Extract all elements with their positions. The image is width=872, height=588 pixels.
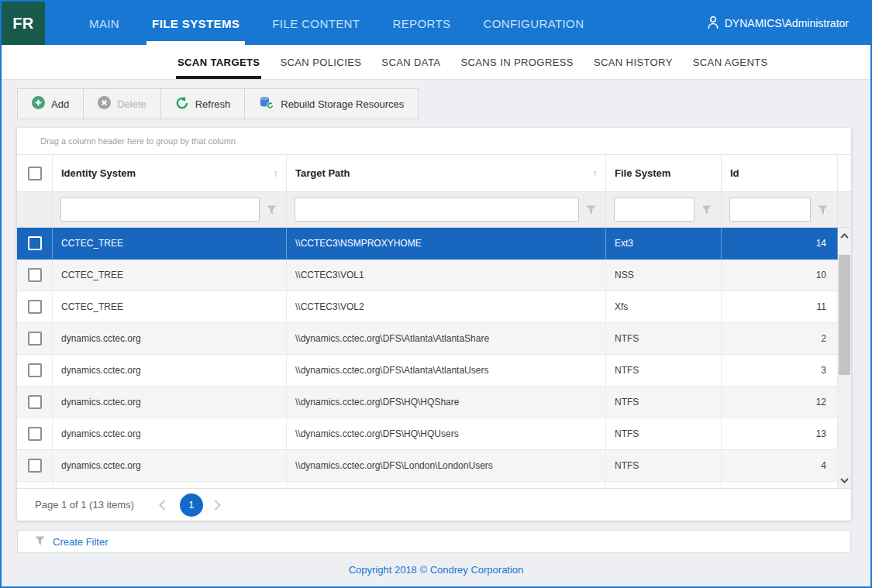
select-all-cell xyxy=(17,155,53,191)
cell-identity-system: dynamics.cctec.org xyxy=(53,355,287,386)
cell-target-path: \\CCTEC3\VOL1 xyxy=(287,260,606,291)
column-header-identity-system[interactable]: Identity System ↑ xyxy=(53,155,287,191)
cell-target-path: \\dynamics.cctec.org\DFS\HQ\HQShare xyxy=(287,387,606,418)
tab-scan-data[interactable]: SCAN DATA xyxy=(380,45,442,79)
filter-funnel-icon[interactable] xyxy=(694,205,718,215)
row-checkbox[interactable] xyxy=(28,363,42,377)
table-row[interactable]: CCTEC_TREE \\CCTEC3\VOL1 NSS 10 xyxy=(17,260,838,291)
delete-button[interactable]: Delete xyxy=(83,89,160,119)
create-filter-link[interactable]: Create Filter xyxy=(53,536,109,548)
cell-target-path: \\dynamics.cctec.org\DFS\Atlanta\Atlanta… xyxy=(287,355,606,386)
column-header-target-path[interactable]: Target Path ↑ xyxy=(287,155,606,191)
row-check-cell xyxy=(17,355,53,386)
tab-scans-in-progress[interactable]: SCANS IN PROGRESS xyxy=(459,45,575,79)
row-check-cell xyxy=(17,228,53,259)
cell-id: 13 xyxy=(722,418,838,449)
refresh-button[interactable]: Refresh xyxy=(160,89,245,119)
subtab-bar: SCAN TARGETS SCAN POLICIES SCAN DATA SCA… xyxy=(2,45,870,80)
tab-scan-policies[interactable]: SCAN POLICIES xyxy=(278,45,363,79)
filter-cell-id xyxy=(722,192,838,227)
cell-id: 2 xyxy=(722,323,838,354)
table-row[interactable]: dynamics.cctec.org \\dynamics.cctec.org\… xyxy=(17,355,838,387)
cell-target-path: \\CCTEC3\NSMPROXYHOME xyxy=(287,228,606,259)
scroll-up-icon[interactable] xyxy=(838,228,851,243)
table-row[interactable]: dynamics.cctec.org \\dynamics.cctec.org\… xyxy=(17,418,838,450)
row-check-cell xyxy=(17,450,53,481)
nav-item-file-systems[interactable]: FILE SYSTEMS xyxy=(143,2,248,45)
filter-gutter xyxy=(838,192,851,227)
user-icon xyxy=(707,15,719,32)
row-checkbox[interactable] xyxy=(28,236,42,250)
filter-funnel-icon[interactable] xyxy=(260,205,283,215)
tab-scan-history[interactable]: SCAN HISTORY xyxy=(592,45,674,79)
filter-funnel-icon[interactable] xyxy=(579,205,602,215)
tab-scan-targets[interactable]: SCAN TARGETS xyxy=(176,45,261,79)
select-all-checkbox[interactable] xyxy=(28,167,42,181)
nav-item-main[interactable]: MAIN xyxy=(81,2,128,45)
row-check-cell xyxy=(17,323,53,354)
refresh-icon xyxy=(175,96,189,112)
row-checkbox[interactable] xyxy=(28,427,42,441)
table-row[interactable]: CCTEC_TREE \\CCTEC3\NSMPROXYHOME Ext3 14 xyxy=(17,228,838,260)
row-checkbox[interactable] xyxy=(28,268,42,282)
cell-file-system: Ext3 xyxy=(606,228,722,259)
cell-file-system: NTFS xyxy=(606,450,722,481)
create-filter-bar: Create Filter xyxy=(17,530,851,553)
filter-funnel-icon[interactable] xyxy=(811,205,834,215)
tab-scan-agents[interactable]: SCAN AGENTS xyxy=(691,45,770,79)
cell-target-path: \\dynamics.cctec.org\DFS\HQ\HQUsers xyxy=(287,418,606,449)
nav-item-file-content[interactable]: FILE CONTENT xyxy=(264,2,368,45)
grid-filter-row xyxy=(17,192,851,228)
app-logo: FR xyxy=(2,2,45,45)
table-row[interactable]: dynamics.cctec.org \\dynamics.cctec.org\… xyxy=(17,387,838,418)
cell-id: 3 xyxy=(722,355,838,386)
row-checkbox[interactable] xyxy=(28,300,42,314)
row-checkbox[interactable] xyxy=(28,395,42,409)
user-menu[interactable]: DYNAMICS\Administrator xyxy=(707,2,870,45)
scan-targets-panel: Drag a column header here to group by th… xyxy=(17,128,851,521)
row-check-cell xyxy=(17,291,53,322)
group-by-panel[interactable]: Drag a column header here to group by th… xyxy=(17,128,851,155)
table-row[interactable]: dynamics.cctec.org \\dynamics.cctec.org\… xyxy=(17,450,838,482)
add-button[interactable]: Add xyxy=(18,89,83,119)
target-path-filter-input[interactable] xyxy=(295,198,579,222)
toolbar: Add Delete Refresh xyxy=(17,88,419,119)
pagination-summary: Page 1 of 1 (13 items) xyxy=(35,499,134,511)
page-number-button[interactable]: 1 xyxy=(180,493,203,517)
rebuild-storage-resources-button[interactable]: Rebuild Storage Resources xyxy=(244,89,418,119)
nav-item-reports[interactable]: REPORTS xyxy=(384,2,459,45)
identity-system-filter-input[interactable] xyxy=(60,198,260,222)
cell-file-system: NTFS xyxy=(606,323,722,354)
file-system-filter-input[interactable] xyxy=(614,198,694,222)
clipped-row xyxy=(17,482,838,488)
column-header-file-system[interactable]: File System xyxy=(606,155,722,191)
scroll-down-icon[interactable] xyxy=(838,473,851,488)
next-page-icon[interactable] xyxy=(214,500,221,511)
cell-file-system: NTFS xyxy=(606,387,722,418)
cell-id: 11 xyxy=(722,291,838,322)
row-check-cell xyxy=(17,418,53,449)
table-row[interactable]: CCTEC_TREE \\CCTEC3\VOL2 Xfs 11 xyxy=(17,291,838,323)
column-header-id[interactable]: Id xyxy=(722,155,838,191)
row-checkbox[interactable] xyxy=(28,332,42,346)
top-header: FR MAIN FILE SYSTEMS FILE CONTENT REPORT… xyxy=(2,2,870,45)
nav-item-configuration[interactable]: CONFIGURATION xyxy=(474,2,592,45)
id-filter-input[interactable] xyxy=(729,198,811,222)
row-check-cell xyxy=(17,387,53,418)
rebuild-storage-icon xyxy=(259,96,274,112)
cell-file-system: NSS xyxy=(606,260,722,291)
app-window: FR MAIN FILE SYSTEMS FILE CONTENT REPORT… xyxy=(0,0,872,588)
vertical-scrollbar[interactable] xyxy=(838,228,851,488)
cell-identity-system: CCTEC_TREE xyxy=(53,260,287,291)
previous-page-icon[interactable] xyxy=(159,500,166,511)
row-checkbox[interactable] xyxy=(28,459,42,473)
cell-id: 14 xyxy=(722,228,838,259)
table-row[interactable]: dynamics.cctec.org \\dynamics.cctec.org\… xyxy=(17,323,838,355)
toolbar-band: Add Delete Refresh xyxy=(2,80,870,128)
cell-identity-system: CCTEC_TREE xyxy=(53,291,287,322)
user-name: DYNAMICS\Administrator xyxy=(725,17,849,29)
main-nav: MAIN FILE SYSTEMS FILE CONTENT REPORTS C… xyxy=(73,2,600,45)
scrollbar-thumb[interactable] xyxy=(839,255,850,375)
cell-file-system: NTFS xyxy=(606,355,722,386)
cell-id: 10 xyxy=(722,260,838,291)
